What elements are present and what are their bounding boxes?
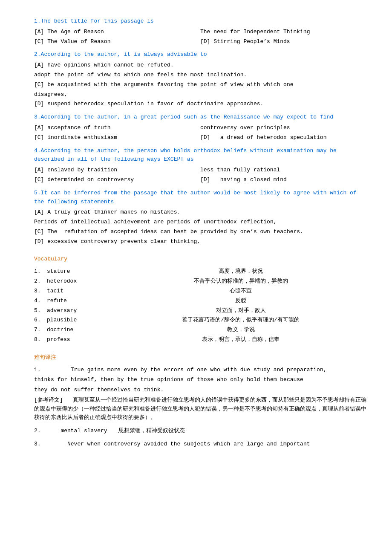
hard-item-3-text: 3. Never when controversy avoided the su… [34,440,366,449]
vocab-meaning-2: 不合乎公认的标准的，异端的，异教的 [115,277,366,286]
question-1-header: 1.The best title for this passage is [34,17,366,26]
vocab-meaning-8: 表示，明言，承认，自称，信奉 [115,335,366,345]
vocab-num-4: 4. [34,296,47,306]
vocab-meaning-4: 反驳 [115,296,366,306]
question-2: 2.According to the author, it is always … [34,50,366,109]
vocab-num-6: 6. [34,315,47,325]
answer-2C-2: disagrees, [34,90,366,99]
vocabulary-header: Vocabulary [34,255,366,264]
hard-sentences-section: 难句译注 1. True gains more even by the erro… [34,353,366,449]
answer-2A: [A] have opinions which cannot be refute… [34,61,366,70]
vocab-item-1: 1. stature 高度，境界，状况 [34,267,366,277]
vocab-word-5: adversary [47,306,115,316]
vocabulary-section: Vocabulary 1. stature 高度，境界，状况 2. hetero… [34,255,366,345]
question-1-answers-row2: [C] The Value of Reason [D] Stirring Peo… [34,38,366,46]
hard-item-1-text-2: thinks for himself, then by the true opi… [34,376,366,384]
answer-4B: less than fully rational [200,166,366,175]
vocab-num-2: 2. [34,277,47,286]
vocab-item-5: 5. adversary 对立面，对手，敌人 [34,306,366,316]
question-3-answers-row1: [A] acceptance of truth controversy over… [34,124,366,133]
hard-item-1-translation: [参考译文] 真理甚至从一个经过恰当研究和准备进行独立思考的人的错误中获得更多的… [34,396,366,422]
vocab-item-2: 2. heterodox 不合乎公认的标准的，异端的，异教的 [34,277,366,286]
answer-3A: [A] acceptance of truth [34,124,200,133]
answer-1D: [D] Stirring People’s Minds [200,38,366,46]
vocab-word-8: profess [47,335,115,345]
vocab-meaning-1: 高度，境界，状况 [115,267,366,277]
question-4-header: 4.According to the author, the person wh… [34,147,366,165]
vocab-word-7: doctrine [47,325,115,335]
answer-2D: [D] suspend heterodox speculation in fav… [34,100,366,109]
vocab-meaning-3: 心照不宣 [115,286,366,296]
hard-item-2-text: 2. mental slavery 思想禁锢，精神受奴役状态 [34,427,366,436]
question-5: 5.It can be inferred from the passage th… [34,189,366,246]
question-3: 3.According to the author, in a great pe… [34,113,366,142]
hard-item-2: 2. mental slavery 思想禁锢，精神受奴役状态 [34,427,366,436]
question-1: 1.The best title for this passage is [A]… [34,17,366,46]
hard-sentences-header: 难句译注 [34,353,366,362]
vocab-item-4: 4. refute 反驳 [34,296,366,306]
vocab-num-8: 8. [34,335,47,345]
answer-5B: Periods of intellectual achievement are … [34,218,366,227]
hard-item-1-text-1: 1. True gains more even by the errors of… [34,366,366,375]
vocab-meaning-6: 善于花言巧语的/辞令的，似乎有理的/有可能的 [115,315,366,325]
answer-5D: [D] excessive controversy prevents clear… [34,237,366,246]
question-4-answers-row2: [C] determinded on controversy [D] havin… [34,176,366,185]
vocabulary-table: 1. stature 高度，境界，状况 2. heterodox 不合乎公认的标… [34,267,366,344]
vocab-word-1: stature [47,267,115,277]
question-3-answers-row2: [C] inordinate enthusiasm [D] a dread of… [34,133,366,142]
vocab-num-7: 7. [34,325,47,335]
hard-item-1-text-3: they do not suffer themselves to think. [34,386,366,395]
vocab-word-3: tacit [47,286,115,296]
main-content: 1.The best title for this passage is [A]… [34,17,366,449]
answer-2C-1: [C] be acquainted with the arguments fav… [34,81,366,90]
hard-item-1: 1. True gains more even by the errors of… [34,366,366,423]
hard-item-3: 3. Never when controversy avoided the su… [34,440,366,449]
answer-2B: adopt the point of view to which one fee… [34,71,366,80]
vocab-item-6: 6. plausible 善于花言巧语的/辞令的，似乎有理的/有可能的 [34,315,366,325]
answer-5C: [C] The refutation of accepted ideas can… [34,228,366,237]
answer-1C: [C] The Value of Reason [34,38,200,46]
vocab-word-2: heterodox [47,277,115,286]
question-1-answers-row1: [A] The Age of Reason The need for Indep… [34,28,366,37]
answer-3D: [D] a dread of heterodox speculation [200,133,366,142]
question-4: 4.According to the author, the person wh… [34,147,366,185]
vocab-item-3: 3. tacit 心照不宣 [34,286,366,296]
vocab-num-1: 1. [34,267,47,277]
answer-3C: [C] inordinate enthusiasm [34,133,200,142]
question-3-header: 3.According to the author, in a great pe… [34,113,366,122]
answer-4D: [D] having a closed mind [200,176,366,185]
vocab-word-6: plausible [47,315,115,325]
vocab-item-7: 7. doctrine 教义，学说 [34,325,366,335]
question-4-answers-row1: [A] enslaved by tradition less than full… [34,166,366,175]
vocab-meaning-5: 对立面，对手，敌人 [115,306,366,316]
answer-4C: [C] determinded on controversy [34,176,200,185]
vocab-word-4: refute [47,296,115,306]
vocab-item-8: 8. profess 表示，明言，承认，自称，信奉 [34,335,366,345]
answer-4A: [A] enslaved by tradition [34,166,200,175]
question-5-header: 5.It can be inferred from the passage th… [34,189,366,207]
vocab-num-3: 3. [34,286,47,296]
vocab-num-5: 5. [34,306,47,316]
answer-1A: [A] The Age of Reason [34,28,200,37]
question-2-header: 2.According to the author, it is always … [34,50,366,59]
answer-5A: [A] A truly great thinker makes no mista… [34,208,366,217]
vocab-meaning-7: 教义，学说 [115,325,366,335]
answer-3B: controversy over principles [200,124,366,133]
answer-1B: The need for Independent Thinking [200,28,366,37]
